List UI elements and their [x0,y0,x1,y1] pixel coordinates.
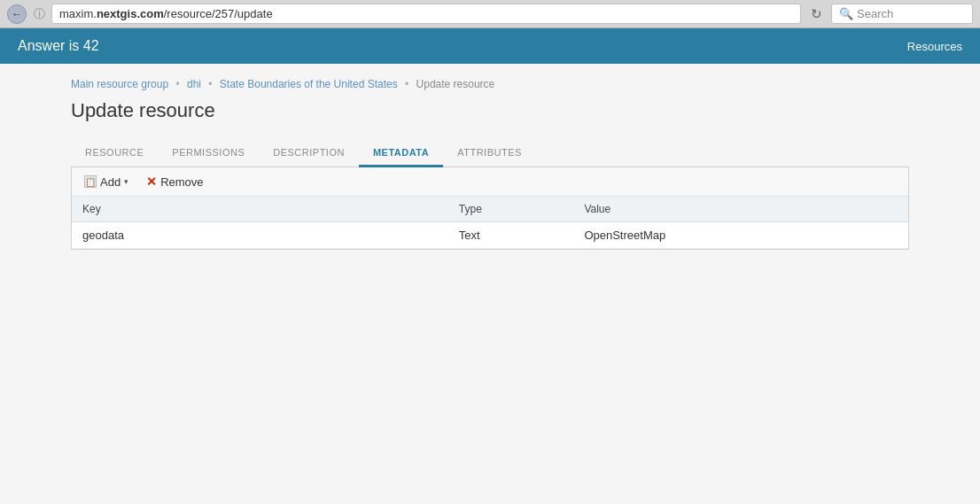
breadcrumb-item-dhi[interactable]: dhi [187,78,201,90]
info-icon: ⓘ [32,6,46,22]
header-nav: Resources [907,40,962,53]
tab-attributes[interactable]: ATTRIBUTES [443,140,536,167]
cell-key: geodata [72,222,448,249]
toolbar: 📋 Add ▾ ✕ Remove [72,167,908,197]
tab-permissions[interactable]: PERMISSIONS [158,140,259,167]
url-domain: nextgis.com [97,7,164,20]
search-icon: 🔍 [839,7,853,20]
table-header-row: Key Type Value [72,197,908,222]
app-title: Answer is 42 [18,38,99,54]
browser-search-box[interactable]: 🔍 Search [831,4,973,24]
reload-button[interactable]: ↻ [806,4,826,24]
add-icon: 📋 [84,175,97,188]
breadcrumb-sep-1: • [175,78,179,90]
main-content: Main resource group • dhi • State Bounda… [0,64,980,504]
tab-resource[interactable]: RESOURCE [71,140,158,167]
search-placeholder: Search [857,7,893,20]
add-dropdown-arrow: ▾ [124,177,128,186]
table-row[interactable]: geodata Text OpenStreetMap [72,222,908,249]
tab-description[interactable]: DESCRIPTION [259,140,359,167]
metadata-table: Key Type Value geodata Text OpenStreetMa… [72,197,908,249]
table-container: Key Type Value geodata Text OpenStreetMa… [72,197,908,249]
url-path: /resource/257/update [164,7,273,20]
resources-link[interactable]: Resources [907,40,962,53]
page-title: Update resource [71,99,909,122]
add-label: Add [100,175,121,189]
breadcrumb: Main resource group • dhi • State Bounda… [71,78,909,90]
cell-type: Text [448,222,574,249]
back-button[interactable]: ← [7,4,27,24]
breadcrumb-item-current: Update resource [416,78,495,90]
tabs: RESOURCE PERMISSIONS DESCRIPTION METADAT… [71,140,909,167]
browser-chrome: ← ⓘ maxim.nextgis.com/resource/257/updat… [0,0,980,28]
address-bar: ← ⓘ maxim.nextgis.com/resource/257/updat… [0,0,980,27]
breadcrumb-item-state[interactable]: State Boundaries of the United States [220,78,398,90]
breadcrumb-sep-2: • [208,78,212,90]
cell-value: OpenStreetMap [573,222,908,249]
col-header-key: Key [72,197,448,222]
add-button[interactable]: 📋 Add ▾ [81,174,132,190]
tab-metadata[interactable]: METADATA [359,140,443,167]
col-header-value: Value [573,197,908,222]
remove-button[interactable]: ✕ Remove [143,173,206,190]
table-panel: 📋 Add ▾ ✕ Remove Key Type Value [71,167,909,250]
breadcrumb-item-main[interactable]: Main resource group [71,78,168,90]
app-header: Answer is 42 Resources [0,28,980,64]
url-prefix: maxim. [59,7,97,20]
url-bar[interactable]: maxim.nextgis.com/resource/257/update [51,4,801,24]
breadcrumb-sep-3: • [405,78,408,90]
remove-label: Remove [160,175,203,189]
col-header-type: Type [448,197,574,222]
remove-icon: ✕ [146,174,157,189]
